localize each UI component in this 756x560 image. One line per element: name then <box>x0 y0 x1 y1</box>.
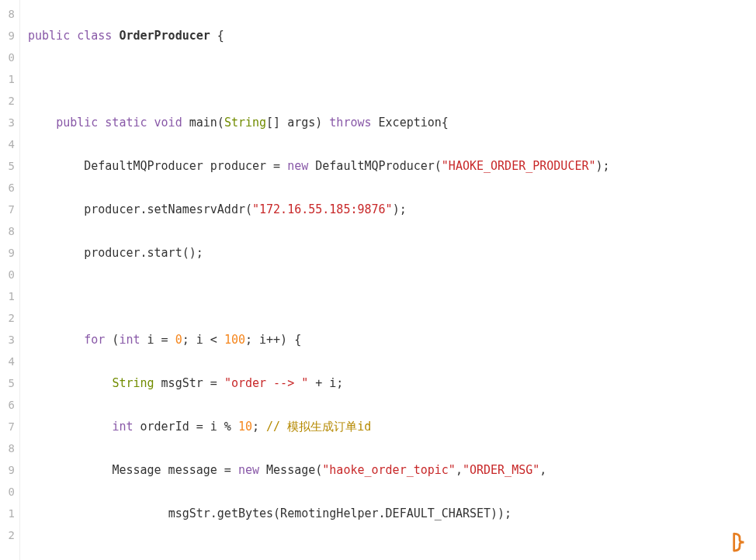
line-number: 8 <box>0 220 15 242</box>
line-number: 1 <box>0 503 15 524</box>
line-number: 4 <box>0 133 15 155</box>
code-line: public class OrderProducer { <box>28 25 756 47</box>
code-line: int orderId = i % 10; // 模拟生成订单id <box>28 416 756 437</box>
line-number: 7 <box>0 199 15 220</box>
line-number: 6 <box>0 394 15 416</box>
line-number: 7 <box>0 416 15 437</box>
code-line: for (int i = 0; i < 100; i++) { <box>28 329 756 351</box>
line-number: 0 <box>0 264 15 285</box>
line-number: 3 <box>0 329 15 351</box>
line-number: 0 <box>0 47 15 68</box>
line-number: 9 <box>0 25 15 47</box>
code-line: producer.start(); <box>28 242 756 264</box>
code-line: Message message = new Message("haoke_ord… <box>28 459 756 481</box>
line-number: 4 <box>0 351 15 372</box>
line-number: 5 <box>0 372 15 394</box>
line-number: 3 <box>0 112 15 133</box>
line-number: 0 <box>0 481 15 503</box>
code-line: producer.setNamesrvAddr("172.16.55.185:9… <box>28 199 756 220</box>
line-number-gutter: 8 9 0 1 2 3 4 5 6 7 8 9 0 1 2 3 4 5 6 7 … <box>0 0 20 560</box>
line-number: 1 <box>0 68 15 90</box>
code-line: String msgStr = "order --> " + i; <box>28 372 756 394</box>
line-number: 8 <box>0 437 15 459</box>
code-editor[interactable]: public class OrderProducer { public stat… <box>20 0 756 560</box>
line-number: 8 <box>0 3 15 25</box>
line-number: 1 <box>0 285 15 307</box>
code-line: msgStr.getBytes(RemotingHelper.DEFAULT_C… <box>28 503 756 524</box>
line-number: 9 <box>0 242 15 264</box>
cursor-icon <box>731 532 748 552</box>
code-line: public static void main(String[] args) t… <box>28 112 756 133</box>
code-line <box>28 285 756 307</box>
line-number: 6 <box>0 177 15 199</box>
code-line: DefaultMQProducer producer = new Default… <box>28 155 756 177</box>
line-number: 2 <box>0 307 15 329</box>
line-number: 2 <box>0 90 15 112</box>
code-line <box>28 546 756 560</box>
code-line <box>28 68 756 90</box>
line-number: 5 <box>0 155 15 177</box>
line-number: 2 <box>0 524 15 546</box>
line-number: 9 <box>0 459 15 481</box>
